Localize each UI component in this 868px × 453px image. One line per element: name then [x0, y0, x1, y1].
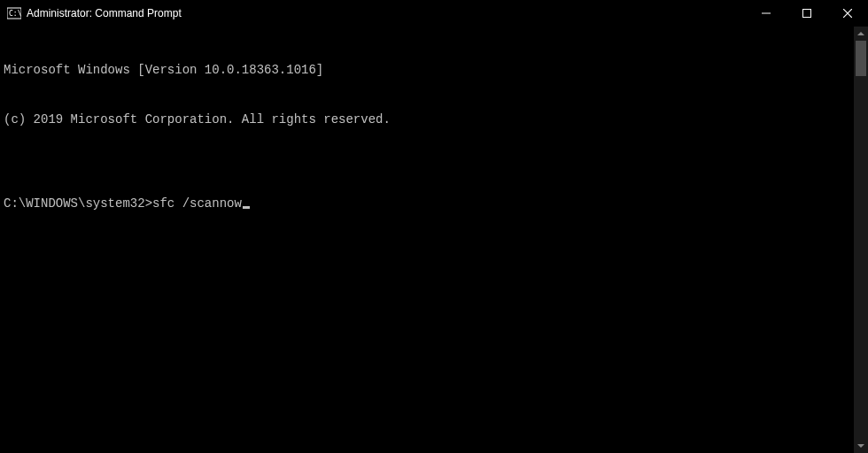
typed-command: sfc /scannow [152, 196, 242, 212]
window-controls [746, 0, 868, 27]
vertical-scrollbar[interactable] [854, 27, 868, 453]
close-button[interactable] [827, 0, 868, 27]
content-area: Microsoft Windows [Version 10.0.18363.10… [0, 27, 868, 453]
titlebar[interactable]: C:\ Administrator: Command Prompt [0, 0, 868, 27]
minimize-button[interactable] [746, 0, 787, 27]
copyright-line: (c) 2019 Microsoft Corporation. All righ… [4, 111, 850, 128]
svg-rect-3 [803, 10, 811, 18]
text-cursor [243, 206, 250, 209]
scroll-thumb[interactable] [856, 41, 866, 76]
terminal-output[interactable]: Microsoft Windows [Version 10.0.18363.10… [0, 27, 854, 453]
cmd-icon: C:\ [7, 6, 21, 20]
window-title: Administrator: Command Prompt [27, 7, 182, 19]
scroll-down-arrow[interactable] [854, 439, 868, 453]
scroll-track[interactable] [854, 41, 868, 439]
scroll-up-arrow[interactable] [854, 27, 868, 41]
svg-marker-6 [857, 32, 864, 35]
prompt-line: C:\WINDOWS\system32>sfc /scannow [4, 196, 850, 212]
command-prompt-window: C:\ Administrator: Command Prompt Micros… [0, 0, 868, 453]
version-line: Microsoft Windows [Version 10.0.18363.10… [4, 62, 850, 79]
svg-text:C:\: C:\ [9, 10, 21, 18]
prompt-path: C:\WINDOWS\system32> [4, 196, 152, 212]
svg-marker-7 [857, 444, 864, 448]
maximize-button[interactable] [787, 0, 827, 27]
